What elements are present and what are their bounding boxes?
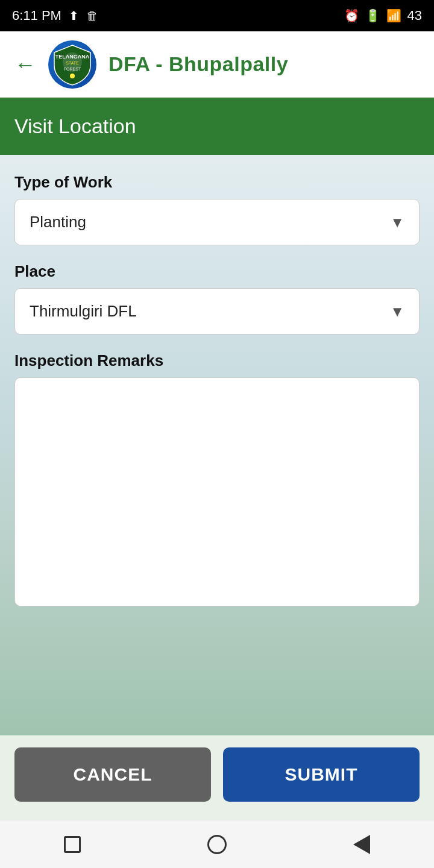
upload-icon: ⬆: [69, 8, 79, 23]
trash-icon: 🗑: [86, 9, 98, 23]
submit-button[interactable]: SUBMIT: [223, 747, 420, 802]
type-of-work-value: Planting: [30, 213, 86, 231]
back-nav-button[interactable]: [344, 832, 380, 857]
place-dropdown[interactable]: Thirmulgiri DFL ▼: [14, 288, 420, 335]
button-row: CANCEL SUBMIT: [0, 735, 434, 820]
app-bar: ← TELANGANA STATE FOREST DFA - Bhupalpal…: [0, 31, 434, 98]
inspection-remarks-input[interactable]: [14, 377, 420, 606]
section-header: Visit Location: [0, 98, 434, 155]
svg-text:STATE: STATE: [66, 61, 79, 65]
type-of-work-group: Type of Work Planting ▼: [14, 173, 420, 245]
home-button[interactable]: [199, 832, 235, 857]
battery-x-icon: 🔋: [365, 8, 380, 23]
inspection-remarks-label: Inspection Remarks: [14, 351, 420, 370]
chevron-down-icon: ▼: [390, 303, 404, 320]
wifi-icon: 📶: [386, 8, 401, 23]
status-bar: 6:11 PM ⬆ 🗑 ⏰ 🔋 📶 43: [0, 0, 434, 31]
back-button[interactable]: ←: [14, 52, 36, 77]
place-value: Thirmulgiri DFL: [30, 302, 137, 321]
recent-apps-button[interactable]: [54, 832, 90, 857]
battery-level: 43: [407, 8, 422, 24]
type-of-work-label: Type of Work: [14, 173, 420, 192]
svg-text:FOREST: FOREST: [64, 67, 81, 71]
svg-point-4: [70, 74, 75, 78]
app-logo: TELANGANA STATE FOREST: [48, 40, 96, 89]
place-label: Place: [14, 262, 420, 281]
section-title: Visit Location: [14, 115, 136, 137]
chevron-down-icon: ▼: [390, 214, 404, 231]
app-title: DFA - Bhupalpally: [108, 52, 288, 76]
svg-text:TELANGANA: TELANGANA: [55, 54, 90, 60]
place-group: Place Thirmulgiri DFL ▼: [14, 262, 420, 335]
type-of-work-dropdown[interactable]: Planting ▼: [14, 199, 420, 245]
alarm-icon: ⏰: [344, 8, 359, 23]
inspection-remarks-group: Inspection Remarks: [14, 351, 420, 609]
main-content: Type of Work Planting ▼ Place Thirmulgir…: [0, 155, 434, 735]
nav-bar: [0, 820, 434, 868]
status-time: 6:11 PM: [12, 8, 61, 24]
cancel-button[interactable]: CANCEL: [14, 747, 211, 802]
